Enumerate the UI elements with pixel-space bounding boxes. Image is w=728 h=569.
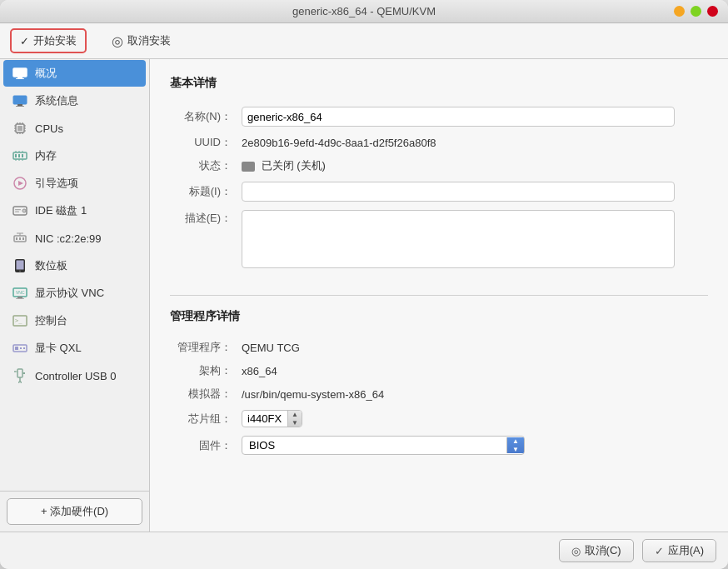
manager-row: 管理程序： QEMU TCG: [170, 336, 708, 359]
chipset-select[interactable]: i440FX Q35: [242, 411, 287, 427]
uuid-row: UUID： 2e809b16-9efd-4d9c-8aa1-d2f5f26a80…: [170, 131, 708, 154]
emulator-label: 模拟器：: [170, 382, 237, 406]
sidebar-item-boot[interactable]: 引导选项: [3, 170, 146, 197]
manager-details-table: 管理程序： QEMU TCG 架构： x86_64 模拟器： /usr/bin/…: [170, 336, 708, 459]
titlebar: generic-x86_64 - QEMU/KVM: [0, 0, 728, 23]
svg-rect-47: [17, 297, 22, 298]
sidebar-item-label-sysinfo: 系统信息: [35, 93, 78, 108]
sidebar-item-cpus[interactable]: CPUs: [3, 115, 146, 142]
chipset-select-wrapper: i440FX Q35 ▲ ▼: [242, 410, 302, 427]
cancel-button[interactable]: ◎ 取消(C): [559, 539, 634, 562]
status-value: 已关闭 (关机): [262, 159, 326, 172]
arch-row: 架构： x86_64: [170, 359, 708, 382]
svg-rect-7: [17, 126, 22, 131]
sidebar-item-overview[interactable]: 概况: [3, 60, 146, 87]
svg-rect-5: [16, 106, 24, 107]
sidebar-item-gpu[interactable]: 显卡 QXL: [3, 335, 146, 362]
cpu-icon: [12, 120, 28, 137]
apply-button[interactable]: ✓ 应用(A): [642, 539, 716, 562]
svg-rect-62: [23, 372, 25, 374]
svg-rect-1: [17, 77, 22, 78]
svg-point-60: [14, 371, 16, 372]
sidebar-footer: + 添加硬件(D): [0, 491, 149, 532]
sidebar-item-memory[interactable]: 内存: [3, 142, 146, 169]
svg-rect-53: [15, 347, 18, 350]
svg-point-34: [23, 210, 24, 211]
boot-icon: [12, 175, 28, 192]
window-controls: [674, 6, 718, 17]
svg-rect-35: [15, 209, 21, 210]
check-icon: ✓: [20, 35, 29, 47]
monitor-icon: [12, 65, 28, 82]
add-hardware-label: + 添加硬件(D): [41, 504, 108, 519]
vnc-icon: VNC: [12, 285, 28, 302]
sidebar-item-label-memory: 内存: [35, 148, 57, 163]
sidebar-item-label-cpus: CPUs: [35, 122, 63, 135]
start-install-button[interactable]: ✓ 开始安装: [10, 28, 87, 53]
close-button[interactable]: [707, 6, 718, 17]
arch-value: x86_64: [237, 359, 708, 382]
sidebar-list: 概况 系统信息: [0, 59, 149, 491]
sidebar-item-console[interactable]: >_ 控制台: [3, 307, 146, 334]
sysinfo-icon: [12, 92, 28, 109]
firmware-select[interactable]: BIOS UEFI: [242, 437, 506, 454]
svg-rect-21: [15, 154, 17, 157]
manager-label: 管理程序：: [170, 336, 237, 359]
sidebar-item-sysinfo[interactable]: 系统信息: [3, 87, 146, 114]
minimize-button[interactable]: [674, 6, 685, 17]
arch-label: 架构：: [170, 359, 237, 382]
name-input[interactable]: [242, 107, 675, 127]
firmware-spinner[interactable]: ▲ ▼: [506, 437, 524, 453]
sidebar-item-vnc[interactable]: VNC 显示协议 VNC: [3, 280, 146, 307]
main-area: 概况 系统信息: [0, 59, 728, 532]
sidebar-item-ide1[interactable]: IDE 磁盘 1: [3, 197, 146, 224]
spinner-up-icon: ▲: [292, 411, 298, 418]
svg-rect-36: [15, 212, 19, 212]
manager-value: QEMU TCG: [237, 336, 708, 359]
svg-rect-38: [16, 237, 17, 240]
add-hardware-button[interactable]: + 添加硬件(D): [7, 498, 142, 525]
spinner-down-icon: ▼: [292, 419, 298, 427]
sidebar-item-label-usb: Controller USB 0: [35, 370, 117, 382]
chipset-spinner[interactable]: ▲ ▼: [287, 411, 302, 427]
cancel-install-button[interactable]: ◎ 取消安装: [103, 30, 179, 52]
firmware-label: 固件：: [170, 432, 237, 459]
basic-section-title: 基本详情: [170, 76, 708, 91]
sidebar-item-tablet[interactable]: 数位板: [3, 252, 146, 279]
cancel-circle-icon: ◎: [571, 545, 581, 557]
uuid-label: UUID：: [170, 131, 237, 154]
name-label: 名称(N)：: [170, 102, 237, 131]
maximize-button[interactable]: [691, 6, 701, 17]
status-row: 状态： 已关闭 (关机): [170, 154, 708, 177]
svg-rect-2: [16, 78, 24, 79]
svg-marker-31: [18, 181, 23, 186]
svg-rect-3: [13, 96, 27, 104]
cancel-install-label: 取消安装: [127, 33, 171, 48]
sidebar-item-label-vnc: 显示协议 VNC: [35, 286, 104, 301]
sidebar: 概况 系统信息: [0, 59, 150, 532]
firmware-select-wrapper: BIOS UEFI ▲ ▼: [242, 436, 525, 455]
svg-text:VNC: VNC: [16, 290, 25, 295]
svg-rect-55: [23, 347, 25, 349]
content-area: 基本详情 名称(N)： UUID： 2e809b16-9efd-4d9c-8aa…: [150, 59, 728, 532]
cancel-circle-icon: ◎: [112, 33, 123, 49]
sidebar-item-label-boot: 引导选项: [35, 176, 78, 191]
gpu-icon: [12, 340, 28, 357]
title-input[interactable]: [242, 182, 675, 202]
main-window: generic-x86_64 - QEMU/KVM ✓ 开始安装 ◎ 取消安装: [0, 0, 728, 569]
sidebar-item-label-overview: 概况: [35, 66, 57, 81]
sidebar-item-label-nic: NIC :c2:2e:99: [35, 232, 102, 245]
sidebar-item-nic[interactable]: NIC :c2:2e:99: [3, 225, 146, 252]
svg-rect-40: [22, 237, 24, 240]
sidebar-item-usb[interactable]: Controller USB 0: [3, 362, 146, 389]
title-row: 标题(I)：: [170, 177, 708, 206]
desc-textarea[interactable]: [242, 210, 675, 268]
title-label: 标题(I)：: [170, 177, 237, 206]
start-install-label: 开始安装: [33, 33, 77, 48]
apply-label: 应用(A): [668, 543, 704, 558]
apply-check-icon: ✓: [655, 545, 664, 557]
chipset-label: 芯片组：: [170, 406, 237, 432]
svg-rect-4: [17, 104, 22, 106]
svg-rect-44: [17, 261, 24, 270]
svg-rect-22: [18, 154, 20, 157]
